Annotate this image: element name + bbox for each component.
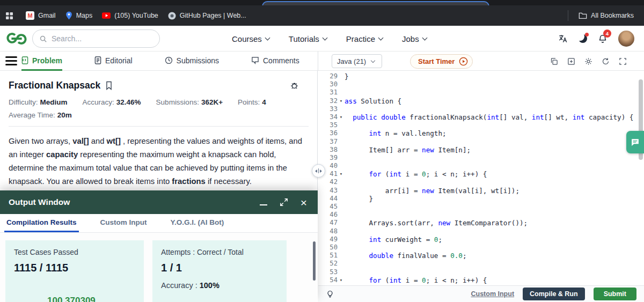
nav-tutorials[interactable]: Tutorials	[289, 34, 327, 43]
fold-arrow-icon[interactable]: ▾	[338, 97, 345, 105]
tab-custom-input[interactable]: Custom Input	[98, 214, 149, 232]
submit-button[interactable]: Submit	[594, 288, 636, 300]
fold-gutter	[338, 80, 345, 89]
code-line[interactable]: 31	[318, 89, 644, 97]
code-text	[345, 203, 644, 211]
resize-left-arrow-icon	[315, 170, 317, 173]
fold-gutter	[338, 154, 345, 162]
tab-submissions[interactable]: Submissions	[165, 51, 219, 71]
nav-jobs[interactable]: Jobs	[402, 34, 427, 43]
nav-courses[interactable]: Courses	[232, 34, 269, 43]
report-bug-icon[interactable]	[290, 81, 299, 90]
panel-resize-handle[interactable]	[312, 164, 325, 178]
tab-problem[interactable]: Problem	[21, 51, 62, 71]
code-line[interactable]: 46	[318, 211, 644, 219]
code-line[interactable]: 42	[318, 178, 644, 186]
code-line[interactable]: 30	[318, 80, 644, 89]
bookmark-github-pages[interactable]: GitHub Pages | Web...	[163, 9, 251, 23]
settings-gear-icon[interactable]	[584, 57, 592, 65]
fold-arrow-icon[interactable]: ▾	[338, 113, 345, 121]
toolbar-divider	[318, 51, 318, 71]
code-line[interactable]: 47 Arrays.sort(arr, new ItemComparator()…	[318, 219, 644, 227]
tab-yogi-ai-bot[interactable]: Y.O.G.I. (AI Bot)	[169, 214, 226, 232]
bookmark-gmail[interactable]: M Gmail	[21, 9, 61, 23]
attempts-card: Attempts : Correct / Total 1 / 1 Accurac…	[152, 240, 287, 302]
start-timer-button[interactable]: Start Timer	[410, 54, 473, 69]
editorial-icon	[94, 56, 101, 64]
youtube-icon	[102, 12, 111, 19]
language-select[interactable]: Java (21)	[332, 54, 382, 68]
code-line[interactable]: 34▾ public double fractionalKnapsack(int…	[318, 113, 644, 121]
bookmark-icon[interactable]	[105, 81, 113, 90]
fold-arrow-icon[interactable]: ▾	[338, 170, 345, 178]
code-line[interactable]: 54▾ for (int i = 0; i < n; i++) {	[318, 276, 644, 284]
code-line[interactable]: 35	[318, 121, 644, 129]
code-line[interactable]: 44 }	[318, 195, 644, 203]
fold-gutter	[338, 211, 345, 219]
output-scrollbar[interactable]	[313, 241, 316, 281]
hint-lightbulb-icon[interactable]	[326, 290, 334, 299]
code-line[interactable]: 33	[318, 105, 644, 113]
test-cases-label: Test Cases Passed	[14, 248, 135, 256]
fullscreen-icon[interactable]	[619, 57, 627, 65]
code-line[interactable]: 40	[318, 162, 644, 170]
line-number: 43	[318, 187, 338, 195]
dark-mode-icon[interactable]	[579, 34, 587, 43]
minimize-icon[interactable]	[260, 204, 267, 205]
copy-icon[interactable]	[550, 57, 558, 65]
code-line[interactable]: 39	[318, 154, 644, 162]
snippet-icon[interactable]	[567, 57, 575, 65]
bookmark-maps[interactable]: Maps	[61, 9, 98, 23]
resize-right-arrow-icon	[320, 170, 322, 173]
workspace-toolbar: Problem Editorial Submissions Comments J…	[0, 51, 644, 71]
search-input[interactable]	[52, 34, 154, 43]
code-line[interactable]: 53	[318, 268, 644, 276]
code-editor[interactable]: 29}303132▾ass Solution {3334▾ public dou…	[318, 71, 644, 285]
translate-icon[interactable]	[558, 34, 568, 43]
line-number: 51	[318, 252, 338, 260]
compile-run-button[interactable]: Compile & Run	[523, 288, 585, 300]
code-line[interactable]: 45	[318, 203, 644, 211]
code-text: }	[345, 195, 644, 203]
code-text: }	[345, 72, 644, 80]
code-line[interactable]: 52	[318, 260, 644, 268]
maps-pin-icon	[65, 11, 72, 20]
hamburger-menu-icon[interactable]	[5, 56, 17, 68]
code-line[interactable]: 38 Item[] arr = new Item[n];	[318, 146, 644, 154]
code-line[interactable]: 41▾ for (int i = 0; i < n; i++) {	[318, 170, 644, 178]
code-text: for (int i = 0; i < n; i++) {	[345, 170, 644, 178]
code-line[interactable]: 32▾ass Solution {	[318, 97, 644, 105]
close-icon[interactable]: ×	[301, 197, 307, 208]
line-number: 45	[318, 203, 338, 211]
gfg-logo[interactable]	[5, 32, 28, 46]
code-line[interactable]: 50	[318, 244, 644, 252]
code-text	[345, 80, 644, 89]
bookmark-youtube[interactable]: (105) YouTube	[97, 9, 163, 22]
code-line[interactable]: 29}	[318, 72, 644, 80]
line-number: 42	[318, 178, 338, 186]
code-text	[345, 227, 644, 235]
code-line[interactable]: 43 arr[i] = new Item(val[i], wt[i]);	[318, 187, 644, 195]
code-line[interactable]: 48	[318, 227, 644, 235]
expand-icon[interactable]	[280, 198, 288, 206]
apps-grid-icon[interactable]	[5, 12, 13, 20]
notifications-bell-icon[interactable]: 4	[598, 34, 608, 44]
fold-arrow-icon[interactable]: ▾	[338, 276, 345, 284]
tab-comments[interactable]: Comments	[251, 51, 299, 71]
code-text: double finalValue = 0.0;	[345, 252, 644, 260]
avatar[interactable]	[618, 31, 634, 47]
tab-editorial[interactable]: Editorial	[94, 51, 133, 71]
reset-code-icon[interactable]	[602, 57, 610, 65]
tab-compilation-results[interactable]: Compilation Results	[4, 214, 79, 232]
feedback-chat-button[interactable]	[626, 131, 644, 153]
all-bookmarks-button[interactable]: All Bookmarks	[574, 9, 639, 22]
code-line[interactable]: 36 int n = val.length;	[318, 129, 644, 137]
code-line[interactable]: 37	[318, 138, 644, 146]
code-line[interactable]: 51 double finalValue = 0.0;	[318, 252, 644, 260]
play-icon	[459, 57, 468, 66]
custom-input-link[interactable]: Custom Input	[471, 290, 515, 298]
nav-practice[interactable]: Practice	[346, 34, 383, 43]
code-line[interactable]: 49 int curWeight = 0;	[318, 235, 644, 244]
line-number: 54	[318, 276, 338, 284]
browser-titlebar	[0, 0, 644, 5]
